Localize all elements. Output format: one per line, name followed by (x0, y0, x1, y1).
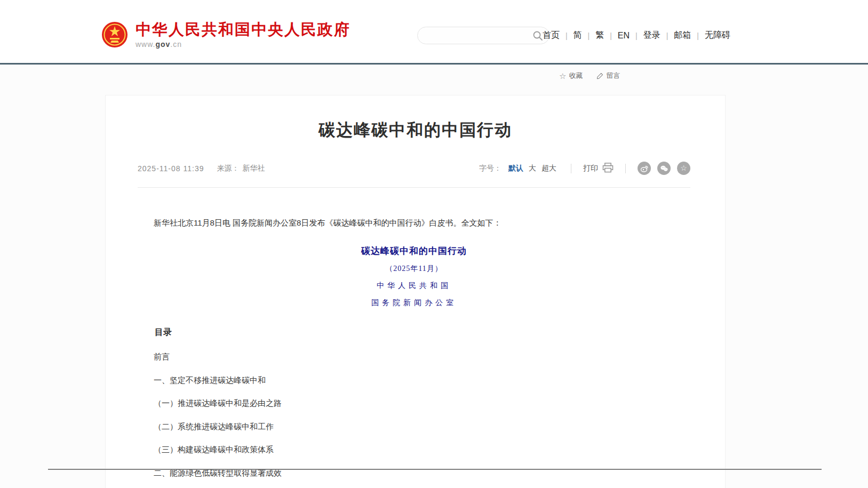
nav-separator: | (697, 31, 699, 40)
nav-home[interactable]: 首页 (542, 30, 560, 41)
toc-item-section1-1: （一）推进碳达峰碳中和是必由之路 (138, 399, 690, 408)
meta-separator (625, 164, 626, 173)
nav-mail[interactable]: 邮箱 (673, 30, 691, 41)
footer-top-border (48, 469, 822, 470)
print-label: 打印 (583, 164, 598, 173)
print-button[interactable]: 打印 (583, 163, 614, 174)
article-title: 碳达峰碳中和的中国行动 (106, 119, 725, 141)
share-group: ☆ (638, 162, 690, 175)
document-date: （2025年11月） (138, 264, 690, 274)
toc-item-section1: 一、坚定不移推进碳达峰碳中和 (138, 376, 690, 385)
search-box[interactable] (417, 27, 550, 44)
nav-separator: | (635, 31, 638, 40)
nav-separator: | (566, 31, 568, 40)
meta-divider (138, 187, 690, 188)
source-label: 来源： (217, 164, 239, 173)
nav-separator: | (588, 31, 590, 40)
article-meta-row: 2025-11-08 11:39 来源： 新华社 字号： 默认 大 超大 打印 (138, 162, 690, 175)
site-url: www.gov.cn (136, 40, 351, 49)
site-logo-link[interactable]: 中华人民共和国中央人民政府 www.gov.cn (101, 21, 351, 49)
article-meta-right: 字号： 默认 大 超大 打印 (479, 162, 690, 175)
weibo-share-icon[interactable] (638, 162, 651, 175)
site-header: 中华人民共和国中央人民政府 www.gov.cn 首页| 简| 繁| EN| 登… (0, 0, 868, 63)
site-title: 中华人民共和国中央人民政府 (136, 21, 351, 38)
comment-link[interactable]: 留言 (596, 71, 620, 81)
favorite-label: 收藏 (569, 71, 583, 81)
nav-separator: | (666, 31, 668, 40)
pencil-icon (596, 73, 603, 79)
nav-simplified[interactable]: 简 (573, 30, 583, 41)
font-size-xlarge-button[interactable]: 超大 (541, 164, 556, 173)
nav-separator: | (610, 31, 612, 40)
font-size-default-button[interactable]: 默认 (508, 164, 523, 173)
document-issuer-line1: 中华人民共和国 (138, 281, 690, 291)
font-size-large-button[interactable]: 大 (529, 164, 536, 173)
toc-item-section1-2: （二）系统推进碳达峰碳中和工作 (138, 422, 690, 431)
toc-heading: 目录 (138, 327, 690, 338)
toc-item-preface: 前言 (138, 353, 690, 362)
source-value[interactable]: 新华社 (242, 164, 265, 173)
font-size-label: 字号： (479, 164, 501, 173)
url-gov: gov (155, 40, 170, 49)
nav-english[interactable]: EN (617, 31, 630, 41)
publish-date: 2025-11-08 11:39 (138, 164, 204, 173)
article-body: 新华社北京11月8日电 国务院新闻办公室8日发布《碳达峰碳中和的中国行动》白皮书… (106, 217, 725, 488)
toc-item-section1-3: （三）构建碳达峰碳中和政策体系 (138, 445, 690, 454)
comment-label: 留言 (606, 71, 620, 81)
search-input[interactable] (426, 27, 528, 44)
meta-separator (571, 164, 571, 173)
document-heading-block: 碳达峰碳中和的中国行动 （2025年11月） 中华人民共和国 国务院新闻办公室 (138, 245, 690, 308)
article-card: 碳达峰碳中和的中国行动 2025-11-08 11:39 来源： 新华社 字号：… (105, 95, 726, 488)
star-icon: ☆ (559, 72, 566, 80)
quick-actions: ☆ 收藏 留言 (559, 71, 620, 81)
top-nav: 首页| 简| 繁| EN| 登录| 邮箱| 无障碍 (542, 30, 731, 41)
document-title: 碳达峰碳中和的中国行动 (138, 245, 690, 257)
article-intro-paragraph: 新华社北京11月8日电 国务院新闻办公室8日发布《碳达峰碳中和的中国行动》白皮书… (138, 217, 690, 229)
url-suffix: .cn (170, 40, 182, 49)
article-meta-left: 2025-11-08 11:39 来源： 新华社 (138, 164, 265, 173)
favorite-link[interactable]: ☆ 收藏 (559, 71, 583, 81)
wechat-share-icon[interactable] (657, 162, 671, 175)
printer-icon (602, 163, 614, 174)
document-issuer-line2: 国务院新闻办公室 (138, 298, 690, 308)
nav-traditional[interactable]: 繁 (595, 30, 604, 41)
qzone-star-glyph: ☆ (680, 164, 687, 172)
qzone-share-icon[interactable]: ☆ (677, 162, 690, 175)
nav-login[interactable]: 登录 (643, 30, 661, 41)
url-prefix: www. (136, 40, 155, 49)
nav-accessibility[interactable]: 无障碍 (704, 30, 731, 41)
content-background: ☆ 收藏 留言 碳达峰碳中和的中国行动 2025-11-08 11:39 来源：… (0, 65, 868, 488)
national-emblem-icon (101, 21, 128, 48)
